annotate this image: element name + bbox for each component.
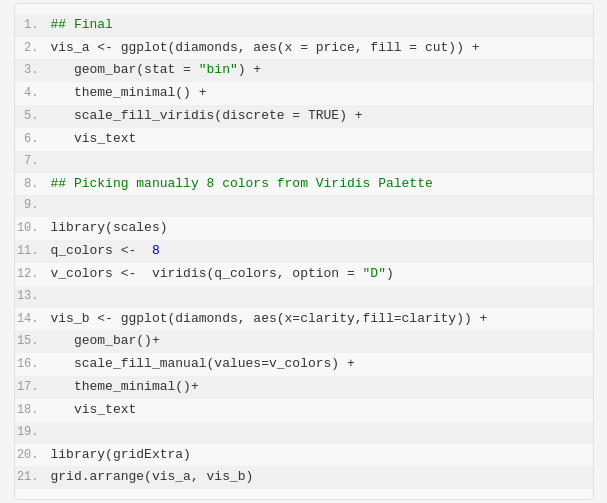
line-number: 18. <box>15 401 51 420</box>
line-content: vis_text <box>51 129 593 150</box>
line-number: 1. <box>15 16 51 35</box>
code-line: 5. scale_fill_viridis(discrete = TRUE) + <box>15 105 593 128</box>
line-number: 19. <box>15 423 51 442</box>
code-editor: 1.## Final2.vis_a <- ggplot(diamonds, ae… <box>14 3 594 501</box>
code-line: 16. scale_fill_manual(values=v_colors) + <box>15 353 593 376</box>
code-line: 10.library(scales) <box>15 217 593 240</box>
code-line: 14.vis_b <- ggplot(diamonds, aes(x=clari… <box>15 308 593 331</box>
line-number: 10. <box>15 219 51 238</box>
line-content: theme_minimal()+ <box>51 377 593 398</box>
line-number: 3. <box>15 61 51 80</box>
code-line: 20.library(gridExtra) <box>15 444 593 467</box>
line-content: ## Picking manually 8 colors from Viridi… <box>51 174 593 195</box>
line-number: 5. <box>15 107 51 126</box>
line-number: 16. <box>15 355 51 374</box>
code-line: 13. <box>15 286 593 308</box>
line-content: scale_fill_viridis(discrete = TRUE) + <box>51 106 593 127</box>
code-line: 1.## Final <box>15 14 593 37</box>
line-number: 2. <box>15 39 51 58</box>
code-line: 2.vis_a <- ggplot(diamonds, aes(x = pric… <box>15 37 593 60</box>
line-content: library(gridExtra) <box>51 445 593 466</box>
line-number: 11. <box>15 242 51 261</box>
code-line: 4. theme_minimal() + <box>15 82 593 105</box>
line-content: vis_b <- ggplot(diamonds, aes(x=clarity,… <box>51 309 593 330</box>
line-number: 7. <box>15 152 51 171</box>
line-content: geom_bar()+ <box>51 331 593 352</box>
line-content: vis_a <- ggplot(diamonds, aes(x = price,… <box>51 38 593 59</box>
code-line: 3. geom_bar(stat = "bin") + <box>15 59 593 82</box>
code-line: 17. theme_minimal()+ <box>15 376 593 399</box>
code-line: 11.q_colors <- 8 <box>15 240 593 263</box>
line-number: 13. <box>15 287 51 306</box>
line-content: ## Final <box>51 15 593 36</box>
line-content: scale_fill_manual(values=v_colors) + <box>51 354 593 375</box>
line-content: geom_bar(stat = "bin") + <box>51 60 593 81</box>
code-line: 18. vis_text <box>15 399 593 422</box>
line-number: 9. <box>15 196 51 215</box>
line-content: v_colors <- viridis(q_colors, option = "… <box>51 264 593 285</box>
code-line: 8.## Picking manually 8 colors from Viri… <box>15 173 593 196</box>
code-line: 21.grid.arrange(vis_a, vis_b) <box>15 466 593 489</box>
code-line: 15. geom_bar()+ <box>15 330 593 353</box>
line-content: vis_text <box>51 400 593 421</box>
line-number: 21. <box>15 468 51 487</box>
code-line: 19. <box>15 422 593 444</box>
code-line: 7. <box>15 151 593 173</box>
line-number: 8. <box>15 175 51 194</box>
line-number: 20. <box>15 446 51 465</box>
line-number: 6. <box>15 130 51 149</box>
line-number: 15. <box>15 332 51 351</box>
line-content: grid.arrange(vis_a, vis_b) <box>51 467 593 488</box>
line-number: 17. <box>15 378 51 397</box>
code-line: 12.v_colors <- viridis(q_colors, option … <box>15 263 593 286</box>
code-line: 9. <box>15 195 593 217</box>
line-content: theme_minimal() + <box>51 83 593 104</box>
line-content: library(scales) <box>51 218 593 239</box>
line-number: 12. <box>15 265 51 284</box>
line-number: 14. <box>15 310 51 329</box>
line-content: q_colors <- 8 <box>51 241 593 262</box>
code-line: 6. vis_text <box>15 128 593 151</box>
line-number: 4. <box>15 84 51 103</box>
